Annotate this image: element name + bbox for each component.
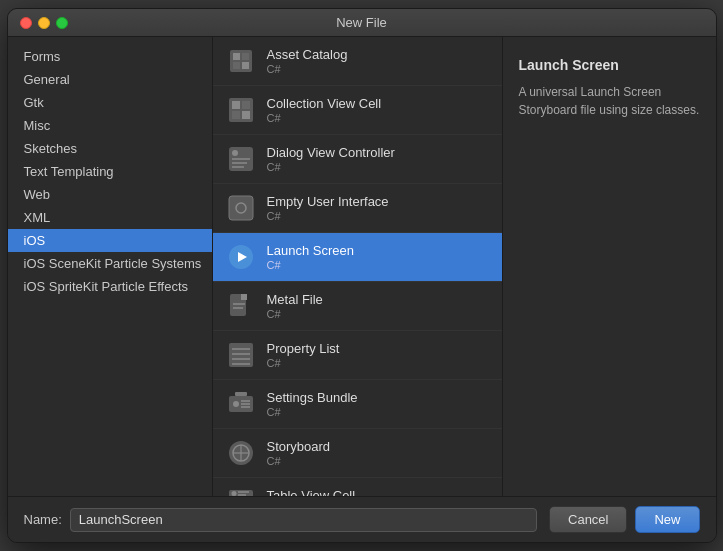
file-info-dialog-view-controller: Dialog View ControllerC#	[267, 145, 395, 173]
sidebar-item-misc[interactable]: Misc	[8, 114, 212, 137]
file-info-storyboard: StoryboardC#	[267, 439, 331, 467]
file-item-storyboard[interactable]: StoryboardC#	[213, 429, 502, 478]
collection-view-cell-icon	[225, 94, 257, 126]
svg-rect-1	[233, 53, 240, 60]
launch-screen-icon	[225, 241, 257, 273]
file-subtitle-asset-catalog: C#	[267, 63, 348, 75]
table-view-cell-icon	[225, 486, 257, 496]
file-info-settings-bundle: Settings BundleC#	[267, 390, 358, 418]
svg-rect-15	[229, 196, 253, 220]
storyboard-icon	[225, 437, 257, 469]
new-button[interactable]: New	[635, 506, 699, 533]
file-info-asset-catalog: Asset CatalogC#	[267, 47, 348, 75]
dialog-view-controller-icon	[225, 143, 257, 175]
file-info-collection-view-cell: Collection View CellC#	[267, 96, 382, 124]
file-item-launch-screen[interactable]: Launch ScreenC#	[213, 233, 502, 282]
file-info-table-view-cell: Table View CellC#	[267, 488, 356, 496]
file-info-metal-file: Metal FileC#	[267, 292, 323, 320]
file-info-empty-user-interface: Empty User InterfaceC#	[267, 194, 389, 222]
sidebar-item-xml[interactable]: XML	[8, 206, 212, 229]
svg-point-29	[233, 401, 239, 407]
file-item-empty-user-interface[interactable]: Empty User InterfaceC#	[213, 184, 502, 233]
svg-rect-2	[242, 53, 249, 60]
file-name-storyboard: Storyboard	[267, 439, 331, 454]
file-item-settings-bundle[interactable]: Settings BundleC#	[213, 380, 502, 429]
new-file-dialog: New File FormsGeneralGtkMiscSketchesText…	[7, 8, 717, 543]
file-subtitle-empty-user-interface: C#	[267, 210, 389, 222]
file-subtitle-settings-bundle: C#	[267, 406, 358, 418]
file-item-property-list[interactable]: Property ListC#	[213, 331, 502, 380]
file-list: Asset CatalogC#Collection View CellC#Dia…	[213, 37, 503, 496]
file-name-settings-bundle: Settings Bundle	[267, 390, 358, 405]
svg-rect-8	[232, 111, 240, 119]
file-name-launch-screen: Launch Screen	[267, 243, 354, 258]
file-item-dialog-view-controller[interactable]: Dialog View ControllerC#	[213, 135, 502, 184]
window-title: New File	[336, 15, 387, 30]
svg-rect-6	[232, 101, 240, 109]
detail-panel: Launch Screen A universal Launch Screen …	[503, 37, 716, 496]
sidebar-item-gtk[interactable]: Gtk	[8, 91, 212, 114]
file-name-dialog-view-controller: Dialog View Controller	[267, 145, 395, 160]
settings-bundle-icon	[225, 388, 257, 420]
sidebar-item-forms[interactable]: Forms	[8, 45, 212, 68]
sidebar-item-web[interactable]: Web	[8, 183, 212, 206]
file-subtitle-collection-view-cell: C#	[267, 112, 382, 124]
sidebar-item-sketches[interactable]: Sketches	[8, 137, 212, 160]
traffic-lights	[20, 17, 68, 29]
file-item-asset-catalog[interactable]: Asset CatalogC#	[213, 37, 502, 86]
property-list-icon	[225, 339, 257, 371]
empty-user-interface-icon	[225, 192, 257, 224]
sidebar-item-ios-spritekit[interactable]: iOS SpriteKit Particle Effects	[8, 275, 212, 298]
file-subtitle-metal-file: C#	[267, 308, 323, 320]
file-info-property-list: Property ListC#	[267, 341, 340, 369]
file-name-metal-file: Metal File	[267, 292, 323, 307]
file-subtitle-property-list: C#	[267, 357, 340, 369]
file-info-launch-screen: Launch ScreenC#	[267, 243, 354, 271]
file-name-property-list: Property List	[267, 341, 340, 356]
asset-catalog-icon	[225, 45, 257, 77]
file-subtitle-storyboard: C#	[267, 455, 331, 467]
button-group: Cancel New	[549, 506, 699, 533]
bottom-bar: Name: Cancel New	[8, 496, 716, 542]
file-item-metal-file[interactable]: Metal FileC#	[213, 282, 502, 331]
sidebar: FormsGeneralGtkMiscSketchesText Templati…	[8, 37, 213, 496]
svg-point-11	[232, 150, 238, 156]
svg-rect-7	[242, 101, 250, 109]
close-button[interactable]	[20, 17, 32, 29]
sidebar-item-ios-scenekit[interactable]: iOS SceneKit Particle Systems	[8, 252, 212, 275]
file-item-collection-view-cell[interactable]: Collection View CellC#	[213, 86, 502, 135]
main-content: FormsGeneralGtkMiscSketchesText Templati…	[8, 37, 716, 496]
detail-title: Launch Screen	[519, 57, 700, 73]
file-name-asset-catalog: Asset Catalog	[267, 47, 348, 62]
cancel-button[interactable]: Cancel	[549, 506, 627, 533]
file-name-empty-user-interface: Empty User Interface	[267, 194, 389, 209]
file-name-collection-view-cell: Collection View Cell	[267, 96, 382, 111]
name-input[interactable]	[70, 508, 537, 532]
sidebar-item-general[interactable]: General	[8, 68, 212, 91]
svg-rect-4	[242, 62, 249, 69]
file-name-table-view-cell: Table View Cell	[267, 488, 356, 496]
maximize-button[interactable]	[56, 17, 68, 29]
svg-rect-28	[235, 392, 247, 396]
svg-rect-3	[233, 62, 240, 69]
sidebar-item-ios[interactable]: iOS	[8, 229, 212, 252]
svg-rect-9	[242, 111, 250, 119]
file-item-table-view-cell[interactable]: Table View CellC#	[213, 478, 502, 496]
title-bar: New File	[8, 9, 716, 37]
sidebar-item-text-templating[interactable]: Text Templating	[8, 160, 212, 183]
detail-description: A universal Launch Screen Storyboard fil…	[519, 83, 700, 119]
metal-file-icon	[225, 290, 257, 322]
file-subtitle-dialog-view-controller: C#	[267, 161, 395, 173]
name-label: Name:	[24, 512, 62, 527]
minimize-button[interactable]	[38, 17, 50, 29]
file-subtitle-launch-screen: C#	[267, 259, 354, 271]
